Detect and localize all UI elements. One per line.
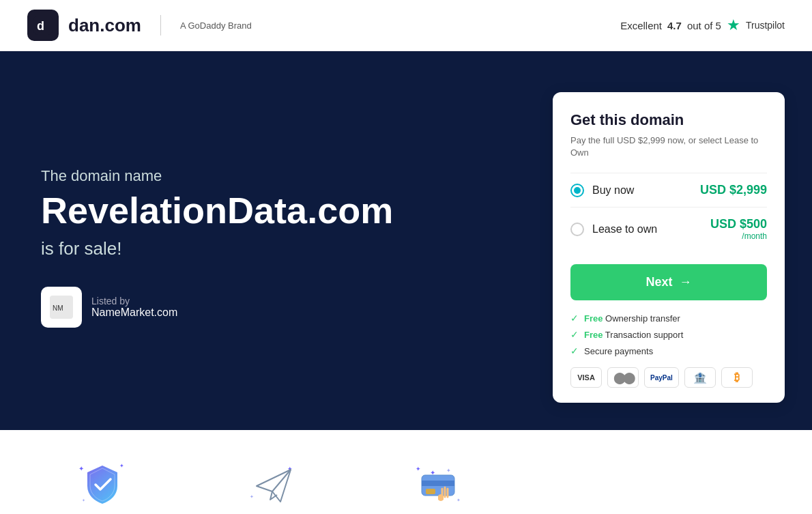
lease-label: Lease to own [592, 223, 657, 235]
svg-text:✦: ✦ [250, 494, 254, 499]
hero-section: The domain name RevelationData.com is fo… [0, 51, 812, 430]
logo-divider [160, 15, 161, 35]
check-icon-3: ✓ [570, 345, 579, 356]
radio-inner-fill [574, 187, 581, 194]
godaddy-brand: A GoDaddy Brand [180, 20, 252, 31]
free-label-2: Free Transaction support [584, 330, 683, 340]
feature-hassle-free: ✦ ✦ ✦ ✦ Hassle free payments [383, 457, 496, 514]
header-left: d dan.com A GoDaddy Brand [27, 10, 252, 41]
paper-plane-icon: ✦ ✦ [246, 457, 301, 512]
card-subtitle: Pay the full USD $2,999 now, or select L… [570, 134, 767, 159]
visa-icon: VISA [570, 367, 602, 388]
svg-text:d: d [37, 19, 44, 33]
hero-subtitle: The domain name [41, 167, 525, 185]
feature-ownership: ✓ Free Ownership transfer [570, 313, 767, 324]
trustpilot-rating: 4.7 [667, 20, 682, 31]
arrow-right-icon: → [680, 275, 692, 289]
buy-now-radio[interactable] [570, 184, 584, 197]
svg-text:✦: ✦ [430, 469, 435, 476]
buy-now-label: Buy now [592, 184, 634, 197]
payment-icons: VISA ⬤⬤ PayPal 🏦 ₿ [570, 367, 767, 388]
next-button[interactable]: Next → [570, 264, 767, 300]
mastercard-icon: ⬤⬤ [607, 367, 639, 388]
secure-payments-text: Secure payments [584, 346, 653, 356]
listed-by-text-block: Listed by NameMarket.com [91, 296, 177, 319]
trustpilot-excellent: Excellent [620, 20, 662, 31]
svg-text:✦: ✦ [446, 468, 451, 474]
shield-icon: ✦ ✦ ✦ [75, 457, 130, 512]
alipay-icon: 🏦 [684, 367, 716, 388]
hero-content: The domain name RevelationData.com is fo… [41, 78, 525, 403]
lease-radio[interactable] [570, 223, 584, 236]
trustpilot-section: Excellent 4.7 out of 5 ★ Trustpilot [620, 16, 785, 34]
feature-fast-transfers: ✦ ✦ Fast & easy transfers [218, 457, 329, 514]
svg-rect-14 [426, 489, 435, 494]
listed-by-label: Listed by [91, 296, 177, 306]
for-sale-text: is for sale! [41, 238, 525, 259]
lease-price: USD $500 [710, 217, 767, 231]
listed-by: NM Listed by NameMarket.com [41, 287, 525, 328]
lease-period: /month [710, 231, 767, 241]
buy-now-left: Buy now [570, 184, 634, 197]
svg-text:✦: ✦ [456, 498, 461, 502]
free-label-1: Free Ownership transfer [584, 313, 680, 324]
domain-name: RevelationData.com [41, 190, 525, 231]
buy-now-option[interactable]: Buy now USD $2,999 [570, 173, 767, 207]
svg-rect-13 [422, 481, 454, 486]
card-title: Get this domain [570, 111, 767, 129]
feature-transaction: ✓ Free Transaction support [570, 329, 767, 340]
feature-buyer-protection: ✦ ✦ ✦ Buyer Protection program [41, 457, 164, 514]
listed-by-name: NameMarket.com [91, 306, 177, 319]
check-icon-1: ✓ [570, 313, 579, 324]
credit-card-icon: ✦ ✦ ✦ ✦ [412, 457, 467, 512]
namemarket-logo: NM [41, 287, 82, 328]
logo-text: dan.com [68, 15, 141, 36]
svg-text:✦: ✦ [119, 463, 124, 469]
features-list: ✓ Free Ownership transfer ✓ Free Transac… [570, 313, 767, 356]
trustpilot-out-of: out of 5 [687, 20, 721, 31]
header: d dan.com A GoDaddy Brand Excellent 4.7 … [0, 0, 812, 51]
lease-option[interactable]: Lease to own USD $500 /month [570, 207, 767, 251]
buy-now-price: USD $2,999 [700, 183, 767, 197]
trustpilot-star-icon: ★ [727, 16, 740, 34]
dan-logo-icon: d [27, 10, 59, 41]
svg-text:✦: ✦ [82, 498, 85, 502]
bottom-features: ✦ ✦ ✦ Buyer Protection program [0, 430, 812, 514]
domain-card: Get this domain Pay the full USD $2,999 … [553, 92, 785, 403]
svg-text:NM: NM [53, 304, 63, 312]
lease-left: Lease to own [570, 223, 657, 236]
svg-text:✦: ✦ [78, 465, 84, 472]
lease-price-block: USD $500 /month [710, 217, 767, 241]
check-icon-2: ✓ [570, 329, 579, 340]
trustpilot-name: Trustpilot [746, 20, 785, 31]
bitcoin-icon: ₿ [721, 367, 753, 388]
next-label: Next [646, 275, 672, 289]
svg-text:✦: ✦ [416, 466, 421, 472]
feature-secure: ✓ Secure payments [570, 345, 767, 356]
paypal-icon: PayPal [644, 367, 679, 388]
